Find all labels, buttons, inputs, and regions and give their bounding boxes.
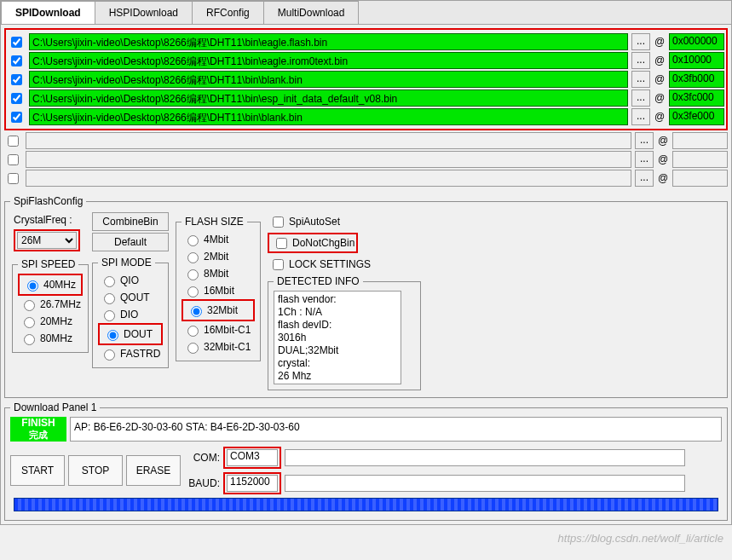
- flash-size-option-label: 8Mbit: [204, 268, 228, 280]
- download-row-checkbox[interactable]: [8, 136, 19, 147]
- flash-size-option-label: 16Mbit-C1: [204, 324, 251, 336]
- spi-mode-radio[interactable]: [104, 310, 115, 321]
- flash-size-option[interactable]: 32Mbit: [185, 302, 251, 319]
- flash-size-option[interactable]: 32Mbit-C1: [182, 338, 255, 355]
- tab-rfconfig[interactable]: RFConfig: [192, 1, 264, 24]
- browse-button[interactable]: ...: [631, 89, 650, 107]
- flash-size-option-label: 16Mbit: [204, 285, 234, 297]
- tab-hspidownload[interactable]: HSPIDownload: [95, 1, 193, 24]
- baud-select[interactable]: 1152000: [227, 475, 278, 492]
- download-addr-field[interactable]: 0x000000: [669, 33, 724, 50]
- download-path-field[interactable]: C:\Users\jixin-video\Desktop\8266编程\DHT1…: [29, 89, 628, 107]
- spi-speed-radio[interactable]: [24, 300, 35, 311]
- spi-speed-option[interactable]: 20MHz: [18, 313, 83, 330]
- download-row: ...@: [4, 151, 728, 168]
- download-addr-field[interactable]: 0x3fc000: [669, 89, 724, 107]
- download-path-field[interactable]: [26, 132, 631, 149]
- spi-mode-option[interactable]: DIO: [98, 306, 163, 323]
- spi-mode-radio[interactable]: [104, 349, 115, 361]
- spi-auto-set-checkbox[interactable]: [273, 216, 284, 228]
- download-path-field[interactable]: C:\Users\jixin-video\Desktop\8266编程\DHT1…: [29, 71, 628, 88]
- flash-size-option[interactable]: 16Mbit: [182, 282, 255, 299]
- flash-size-option[interactable]: 16Mbit-C1: [182, 321, 255, 338]
- download-row-checkbox[interactable]: [11, 112, 22, 123]
- flash-size-radio[interactable]: [187, 252, 199, 263]
- baud-select-rest[interactable]: [285, 475, 685, 492]
- spi-speed-option-label: 40MHz: [43, 279, 76, 291]
- com-select-rest[interactable]: [285, 449, 685, 466]
- browse-button[interactable]: ...: [635, 151, 654, 168]
- tab-spidownload[interactable]: SPIDownload: [1, 1, 95, 24]
- spi-speed-radio[interactable]: [27, 280, 38, 292]
- spi-mode-label: SPI MODE: [98, 257, 155, 268]
- browse-button[interactable]: ...: [635, 132, 654, 149]
- spi-mode-radio[interactable]: [107, 330, 118, 341]
- flash-size-radio[interactable]: [187, 343, 199, 354]
- spi-mode-option[interactable]: FASTRD: [98, 345, 163, 362]
- combine-bin-button[interactable]: CombineBin: [92, 212, 169, 231]
- flash-size-radio[interactable]: [191, 306, 202, 317]
- flash-size-radio[interactable]: [187, 326, 199, 337]
- spi-speed-option[interactable]: 80MHz: [18, 330, 83, 347]
- browse-button[interactable]: ...: [631, 108, 650, 125]
- download-addr-field[interactable]: [672, 132, 728, 149]
- download-path-field[interactable]: [26, 151, 631, 168]
- download-addr-field[interactable]: 0x3fb000: [669, 71, 724, 88]
- spi-mode-option[interactable]: DOUT: [101, 326, 159, 343]
- download-row-checkbox[interactable]: [8, 173, 19, 184]
- download-path-field[interactable]: C:\Users\jixin-video\Desktop\8266编程\DHT1…: [29, 52, 628, 69]
- flash-size-radio[interactable]: [187, 269, 199, 280]
- flash-size-group: FLASH SIZE 4Mbit2Mbit8Mbit16Mbit32Mbit16…: [176, 216, 261, 361]
- do-not-chg-bin-check[interactable]: DoNotChgBin: [271, 235, 354, 251]
- stop-button[interactable]: STOP: [68, 455, 123, 486]
- do-not-chg-bin-label: DoNotChgBin: [292, 237, 354, 249]
- spi-speed-option[interactable]: 26.7MHz: [18, 296, 83, 313]
- download-list: C:\Users\jixin-video\Desktop\8266编程\DHT1…: [1, 25, 731, 192]
- browse-button[interactable]: ...: [631, 52, 650, 69]
- browse-button[interactable]: ...: [635, 170, 654, 187]
- download-path-field[interactable]: [26, 170, 631, 187]
- download-row-checkbox[interactable]: [11, 37, 22, 48]
- download-row: C:\Users\jixin-video\Desktop\8266编程\DHT1…: [8, 89, 724, 107]
- flash-size-radio[interactable]: [187, 286, 199, 297]
- erase-button[interactable]: ERASE: [126, 455, 181, 486]
- start-button[interactable]: START: [10, 455, 65, 486]
- download-path-field[interactable]: C:\Users\jixin-video\Desktop\8266编程\DHT1…: [29, 108, 628, 125]
- lock-settings-check[interactable]: LOCK SETTINGS: [268, 255, 421, 274]
- download-row: C:\Users\jixin-video\Desktop\8266编程\DHT1…: [8, 108, 724, 125]
- detected-info-label: DETECTED INFO: [274, 275, 363, 287]
- spi-mode-option[interactable]: QOUT: [98, 289, 163, 306]
- do-not-chg-bin-checkbox[interactable]: [276, 238, 287, 249]
- spi-speed-option[interactable]: 40MHz: [21, 276, 79, 293]
- download-row-checkbox[interactable]: [8, 154, 19, 165]
- spi-speed-option-label: 80MHz: [40, 332, 72, 344]
- spi-speed-radio[interactable]: [24, 317, 35, 328]
- flash-size-option[interactable]: 4Mbit: [182, 231, 255, 248]
- download-row-checkbox[interactable]: [11, 55, 22, 66]
- download-path-field[interactable]: C:\Users\jixin-video\Desktop\8266编程\DHT1…: [29, 33, 628, 50]
- default-button[interactable]: Default: [92, 233, 169, 251]
- flash-size-radio[interactable]: [187, 235, 199, 246]
- download-addr-field[interactable]: 0x3fe000: [669, 108, 724, 125]
- tab-multidownload[interactable]: MultiDownload: [263, 1, 360, 24]
- download-row-checkbox[interactable]: [11, 74, 22, 85]
- com-select[interactable]: COM3: [227, 449, 278, 466]
- flash-size-option-label: 32Mbit-C1: [204, 341, 251, 353]
- spi-speed-radio[interactable]: [24, 334, 35, 345]
- download-addr-field[interactable]: [672, 151, 728, 168]
- download-addr-field[interactable]: [672, 170, 728, 187]
- flash-size-option[interactable]: 8Mbit: [182, 265, 255, 282]
- spi-mode-radio[interactable]: [104, 276, 115, 287]
- download-addr-field[interactable]: 0x10000: [669, 52, 724, 69]
- browse-button[interactable]: ...: [631, 71, 650, 88]
- download-row: C:\Users\jixin-video\Desktop\8266编程\DHT1…: [8, 33, 724, 50]
- spi-mode-option[interactable]: QIO: [98, 272, 163, 289]
- download-row-checkbox[interactable]: [11, 93, 22, 104]
- spi-auto-set-check[interactable]: SpiAutoSet: [268, 212, 421, 231]
- lock-settings-checkbox[interactable]: [273, 259, 284, 270]
- browse-button[interactable]: ...: [631, 33, 650, 50]
- flash-size-option[interactable]: 2Mbit: [182, 248, 255, 265]
- main-window: SPIDownload HSPIDownload RFConfig MultiD…: [0, 0, 732, 525]
- spi-mode-radio[interactable]: [104, 293, 115, 304]
- crystal-freq-select[interactable]: 26M: [17, 232, 77, 249]
